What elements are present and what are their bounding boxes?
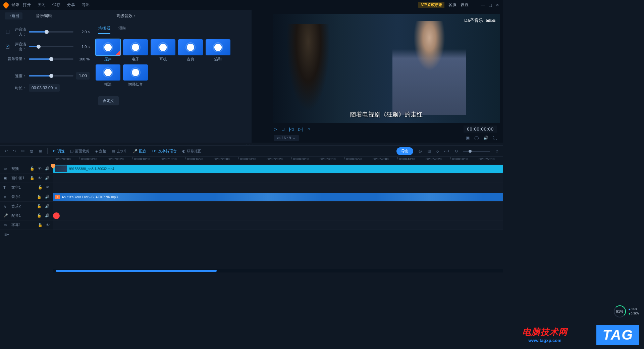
vip-button[interactable]: VIP立即开通 xyxy=(418,2,444,8)
tab-equalizer[interactable]: 均衡器 xyxy=(98,26,110,34)
back-button[interactable]: 〈返回 xyxy=(5,12,22,19)
playhead[interactable] xyxy=(53,164,53,269)
eq-preset-bass-boost[interactable]: 增强低音 xyxy=(123,64,148,87)
preview-video[interactable]: Da圣音乐 bilibili 随着电视剧《狂飙》的走红 xyxy=(273,14,500,123)
eq-preset-classical[interactable]: 古典 xyxy=(178,39,203,62)
ruler-tick: 00:00:50:00 xyxy=(450,157,468,159)
eq-preset-mild[interactable]: 温和 xyxy=(206,39,230,62)
login-button[interactable]: 登录 xyxy=(11,2,19,8)
menu-share[interactable]: 分享 xyxy=(67,2,75,8)
menu-close[interactable]: 关闭 xyxy=(38,2,46,8)
tool-remove-watermark[interactable]: ▤ 去水印 xyxy=(112,149,127,154)
minimize-icon[interactable]: — xyxy=(480,3,485,7)
tool-freeze[interactable]: ◈ 定格 xyxy=(95,149,106,154)
speed-slider[interactable] xyxy=(29,75,73,77)
toolbar-icon-2[interactable]: ▥ xyxy=(427,149,431,153)
video-clip[interactable]: 991558388_nb3-1-30032.mp4 xyxy=(53,165,503,173)
fadeout-checkbox[interactable] xyxy=(6,45,9,49)
lock-icon[interactable]: 🔓 xyxy=(30,176,35,180)
track-label-text: 文字1 xyxy=(11,185,21,190)
toolbar-icon-4[interactable]: ⟷ xyxy=(444,149,449,153)
fadein-checkbox[interactable] xyxy=(6,30,9,34)
lock-icon[interactable]: 🔓 xyxy=(37,195,42,199)
settings-button[interactable]: 设置 xyxy=(461,2,469,8)
eq-preset-rock[interactable]: 摇滚 xyxy=(96,64,120,87)
menu-open[interactable]: 打开 xyxy=(23,2,31,8)
tab-reverb[interactable]: 混响 xyxy=(118,26,126,34)
fadeout-label: 声音淡出： xyxy=(11,42,26,52)
fadein-slider[interactable] xyxy=(29,31,73,33)
eq-preset-electronic[interactable]: 电子 xyxy=(123,39,148,62)
tool-tts[interactable]: T⟳ 文字转语音 xyxy=(152,149,177,154)
eye-icon[interactable]: 👁 xyxy=(46,185,50,190)
crop-tool-icon[interactable]: ⊞ xyxy=(39,149,42,153)
panel-resize-handle[interactable] xyxy=(0,143,503,145)
maximize-icon[interactable]: ▢ xyxy=(488,3,492,7)
menu-export[interactable]: 导出 xyxy=(82,2,90,8)
timeline-ruler[interactable]: 00:00:00:0000:00:03:1000:00:06:2000:00:1… xyxy=(53,157,503,164)
aspect-ratio-button[interactable]: ▭ 16 : 9 ⌄ xyxy=(274,135,299,141)
volume-slider[interactable] xyxy=(29,58,73,60)
screenshot-icon[interactable]: ▣ xyxy=(466,136,470,140)
speaker-icon[interactable]: 🔊 xyxy=(45,213,50,218)
cut-icon[interactable]: ✂ xyxy=(21,149,24,153)
eye-icon[interactable]: 👁 xyxy=(46,223,50,227)
tool-crop[interactable]: ▢ 画面裁剪 xyxy=(70,149,90,154)
speaker-icon[interactable]: 🔊 xyxy=(45,195,50,199)
dub-track-icon: 🎤 xyxy=(3,213,8,218)
lock-icon[interactable]: 🔓 xyxy=(38,185,43,190)
camera-icon[interactable]: ◯ xyxy=(474,136,479,140)
eye-icon[interactable]: 👁 xyxy=(38,166,42,171)
mute-icon[interactable]: 🔊 xyxy=(483,136,488,140)
close-icon[interactable]: ✕ xyxy=(495,3,500,7)
stop-icon[interactable]: □ xyxy=(282,127,284,132)
eq-custom-button[interactable]: 自定义 xyxy=(98,96,119,105)
duration-field[interactable]: 00:03:33:09 ▲▼ xyxy=(29,84,60,92)
toolbar-icon-1[interactable]: ◎ xyxy=(419,149,422,153)
next-frame-icon[interactable]: ▷| xyxy=(298,127,303,132)
audio-clip[interactable]: ♪As If It's Your Last - BLACKPINK.mp3 xyxy=(53,193,503,201)
fullscreen-icon[interactable]: ⛶ xyxy=(493,136,497,140)
eq-preset-original[interactable]: 原声 xyxy=(96,39,120,62)
pip-track-icon: ▣ xyxy=(3,176,8,180)
tool-dub[interactable]: 🎤 配音 xyxy=(133,149,146,154)
add-track-icon[interactable]: ≡+ xyxy=(3,232,11,237)
lock-icon[interactable]: 🔓 xyxy=(37,204,42,208)
undo-icon[interactable]: ↶ xyxy=(5,149,8,153)
zoom-out-icon[interactable]: ⊖ xyxy=(455,149,458,153)
eq-preset-headphone[interactable]: 耳机 xyxy=(151,39,175,62)
tool-greenscreen[interactable]: ◐ 绿幕抠图 xyxy=(182,149,202,154)
record-indicator-icon[interactable] xyxy=(53,212,60,219)
speaker-icon[interactable]: 🔊 xyxy=(45,204,50,208)
duration-spinner[interactable]: ▲▼ xyxy=(55,86,57,90)
eye-icon[interactable]: 👁 xyxy=(38,176,42,180)
lock-icon[interactable]: 🔓 xyxy=(38,223,43,227)
fadeout-slider[interactable] xyxy=(29,46,73,47)
timeline-scrollbar[interactable] xyxy=(53,269,503,272)
lock-icon[interactable]: 🔓 xyxy=(37,213,42,218)
music-track-icon: ♫ xyxy=(3,195,8,199)
lock-icon[interactable]: 🔓 xyxy=(30,166,35,171)
loop-icon[interactable]: ○ xyxy=(308,127,310,132)
ruler-tick: 00:00:36:20 xyxy=(344,157,362,159)
zoom-slider[interactable] xyxy=(463,151,490,152)
bilibili-logo-icon: bilibili xyxy=(486,18,495,23)
redo-icon[interactable]: ↷ xyxy=(13,149,16,153)
ruler-tick: 00:00:00:00 xyxy=(53,157,71,159)
fadeout-value: 1.0 s xyxy=(76,45,90,49)
speaker-icon[interactable]: 🔊 xyxy=(45,176,50,180)
ruler-tick: 00:00:03:10 xyxy=(79,157,97,159)
tool-speed[interactable]: ⟳ 调速 xyxy=(53,149,65,154)
toolbar-icon-3[interactable]: ◇ xyxy=(436,149,439,153)
menu-save[interactable]: 保存 xyxy=(52,2,60,8)
support-button[interactable]: 客服 xyxy=(448,2,457,8)
text-track-icon: T xyxy=(3,186,8,190)
titlebar: 登录 打开 关闭 保存 分享 导出 VIP立即开通 客服 设置 — ▢ ✕ xyxy=(0,0,503,10)
ruler-tick: 00:00:43:10 xyxy=(397,157,415,159)
speaker-icon[interactable]: 🔊 xyxy=(45,166,50,171)
delete-icon[interactable]: 🗑 xyxy=(30,149,34,153)
prev-frame-icon[interactable]: |◁ xyxy=(289,127,293,132)
zoom-in-icon[interactable]: ⊕ xyxy=(495,149,498,153)
export-button[interactable]: 导出 xyxy=(396,147,413,155)
play-icon[interactable]: ▷ xyxy=(274,127,277,132)
